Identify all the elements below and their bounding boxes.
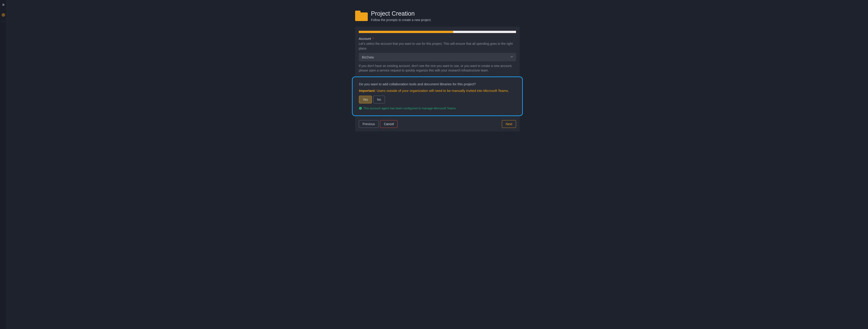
account-label: Account * — [359, 37, 516, 40]
page-subtitle: Follow the prompts to create a new proje… — [371, 18, 432, 22]
important-label: Important: — [359, 89, 376, 92]
previous-button[interactable]: Previous — [359, 120, 379, 128]
chevron-down-icon — [510, 55, 513, 59]
required-marker: * — [372, 37, 374, 40]
account-help-top: Let's select the account that you want t… — [359, 42, 516, 51]
collab-status-text: This account agent has been configured t… — [363, 107, 456, 110]
collab-question: Do you want to add collaboration tools a… — [359, 82, 516, 86]
add-icon[interactable] — [2, 13, 5, 17]
page-header: Project Creation Follow the prompts to c… — [355, 10, 520, 22]
folder-icon — [355, 11, 368, 21]
account-label-text: Account — [359, 37, 371, 40]
progress-fill — [359, 31, 453, 33]
cancel-button[interactable]: Cancel — [380, 120, 398, 128]
wizard-footer: Previous Cancel Next — [359, 120, 516, 128]
collab-callout: Do you want to add collaboration tools a… — [352, 77, 523, 116]
account-select-value: BizData — [362, 55, 374, 59]
page-title: Project Creation — [371, 10, 432, 17]
account-help-bottom: If you don't have an existing account, d… — [359, 63, 516, 73]
sidebar — [0, 0, 7, 329]
important-text: Users outside of your organization will … — [376, 89, 509, 92]
account-select[interactable]: BizData — [359, 53, 516, 61]
sidebar-expand-icon[interactable] — [2, 2, 5, 8]
main-content: Project Creation Follow the prompts to c… — [7, 0, 868, 329]
progress-bar — [359, 31, 516, 33]
collab-no-button[interactable]: No — [373, 96, 385, 103]
check-circle-icon: ✓ — [359, 107, 362, 110]
wizard-card: Account * Let's select the account that … — [355, 27, 520, 131]
collab-important: Important: Users outside of your organiz… — [359, 89, 516, 92]
sidebar-divider — [1, 21, 6, 22]
collab-yes-button[interactable]: Yes — [359, 96, 372, 103]
next-button[interactable]: Next — [502, 120, 516, 128]
collab-option-row: Yes No — [359, 96, 516, 103]
collab-status: ✓ This account agent has been configured… — [359, 107, 516, 110]
